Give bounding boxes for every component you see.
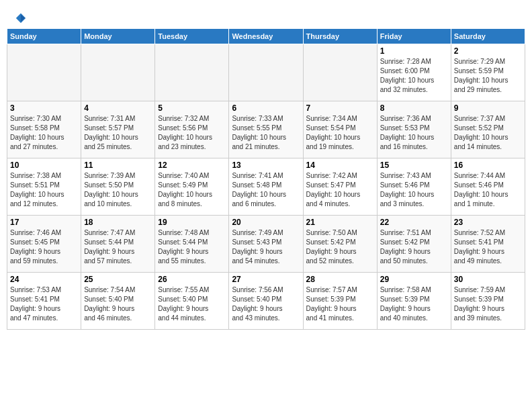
calendar-day-cell: 22Sunrise: 7:51 AM Sunset: 5:42 PM Dayli… [377, 216, 451, 273]
day-number: 24 [10, 275, 78, 284]
page-header [7, 7, 525, 28]
calendar-header-row: SundayMondayTuesdayWednesdayThursdayFrid… [7, 29, 525, 44]
calendar-day-cell: 5Sunrise: 7:32 AM Sunset: 5:56 PM Daylig… [155, 101, 229, 158]
day-of-week-header: Sunday [7, 29, 81, 44]
day-info: Sunrise: 7:42 AM Sunset: 5:47 PM Dayligh… [306, 171, 374, 209]
day-number: 19 [158, 218, 226, 227]
calendar-day-cell: 14Sunrise: 7:42 AM Sunset: 5:47 PM Dayli… [303, 158, 377, 216]
day-number: 21 [306, 218, 374, 227]
calendar-day-cell: 23Sunrise: 7:52 AM Sunset: 5:41 PM Dayli… [451, 216, 525, 273]
day-info: Sunrise: 7:34 AM Sunset: 5:54 PM Dayligh… [306, 114, 374, 152]
calendar-day-cell: 26Sunrise: 7:55 AM Sunset: 5:40 PM Dayli… [155, 273, 229, 330]
day-info: Sunrise: 7:43 AM Sunset: 5:46 PM Dayligh… [380, 171, 448, 209]
calendar-day-cell: 19Sunrise: 7:48 AM Sunset: 5:44 PM Dayli… [155, 216, 229, 273]
day-info: Sunrise: 7:40 AM Sunset: 5:49 PM Dayligh… [158, 171, 226, 209]
calendar-day-cell: 4Sunrise: 7:31 AM Sunset: 5:57 PM Daylig… [81, 101, 155, 158]
day-of-week-header: Saturday [451, 29, 525, 44]
calendar-day-cell: 25Sunrise: 7:54 AM Sunset: 5:40 PM Dayli… [81, 273, 155, 330]
day-info: Sunrise: 7:51 AM Sunset: 5:42 PM Dayligh… [380, 228, 448, 266]
day-info: Sunrise: 7:38 AM Sunset: 5:51 PM Dayligh… [10, 171, 78, 209]
calendar-day-cell: 13Sunrise: 7:41 AM Sunset: 5:48 PM Dayli… [229, 158, 303, 216]
day-info: Sunrise: 7:33 AM Sunset: 5:55 PM Dayligh… [232, 114, 300, 152]
day-number: 20 [232, 218, 300, 227]
day-info: Sunrise: 7:52 AM Sunset: 5:41 PM Dayligh… [454, 228, 522, 266]
day-number: 1 [380, 46, 448, 56]
day-info: Sunrise: 7:53 AM Sunset: 5:41 PM Dayligh… [10, 285, 78, 323]
calendar-day-cell: 16Sunrise: 7:44 AM Sunset: 5:46 PM Dayli… [451, 158, 525, 216]
day-info: Sunrise: 7:41 AM Sunset: 5:48 PM Dayligh… [232, 171, 300, 209]
calendar-day-cell: 11Sunrise: 7:39 AM Sunset: 5:50 PM Dayli… [81, 158, 155, 216]
calendar-week-row: 1Sunrise: 7:28 AM Sunset: 6:00 PM Daylig… [7, 44, 525, 101]
day-info: Sunrise: 7:29 AM Sunset: 5:59 PM Dayligh… [454, 57, 522, 95]
day-info: Sunrise: 7:36 AM Sunset: 5:53 PM Dayligh… [380, 114, 448, 152]
day-number: 14 [306, 161, 374, 170]
calendar-day-cell: 6Sunrise: 7:33 AM Sunset: 5:55 PM Daylig… [229, 101, 303, 158]
day-number: 2 [454, 46, 522, 56]
day-number: 25 [84, 275, 152, 284]
day-of-week-header: Monday [81, 29, 155, 44]
calendar-day-cell: 18Sunrise: 7:47 AM Sunset: 5:44 PM Dayli… [81, 216, 155, 273]
calendar-day-cell: 28Sunrise: 7:57 AM Sunset: 5:39 PM Dayli… [303, 273, 377, 330]
calendar-day-cell: 7Sunrise: 7:34 AM Sunset: 5:54 PM Daylig… [303, 101, 377, 158]
calendar-week-row: 17Sunrise: 7:46 AM Sunset: 5:45 PM Dayli… [7, 216, 525, 273]
calendar-body: 1Sunrise: 7:28 AM Sunset: 6:00 PM Daylig… [7, 44, 525, 330]
day-number: 9 [454, 103, 522, 113]
day-info: Sunrise: 7:48 AM Sunset: 5:44 PM Dayligh… [158, 228, 226, 266]
day-number: 16 [454, 161, 522, 170]
day-number: 3 [10, 103, 78, 113]
calendar-day-cell: 8Sunrise: 7:36 AM Sunset: 5:53 PM Daylig… [377, 101, 451, 158]
calendar-day-cell: 21Sunrise: 7:50 AM Sunset: 5:42 PM Dayli… [303, 216, 377, 273]
day-number: 11 [84, 161, 152, 170]
day-info: Sunrise: 7:49 AM Sunset: 5:43 PM Dayligh… [232, 228, 300, 266]
day-info: Sunrise: 7:39 AM Sunset: 5:50 PM Dayligh… [84, 171, 152, 209]
day-info: Sunrise: 7:56 AM Sunset: 5:40 PM Dayligh… [232, 285, 300, 323]
calendar-day-cell: 30Sunrise: 7:59 AM Sunset: 5:39 PM Dayli… [451, 273, 525, 330]
calendar-day-cell: 9Sunrise: 7:37 AM Sunset: 5:52 PM Daylig… [451, 101, 525, 158]
day-number: 18 [84, 218, 152, 227]
day-number: 8 [380, 103, 448, 113]
day-number: 10 [10, 161, 78, 170]
calendar-week-row: 10Sunrise: 7:38 AM Sunset: 5:51 PM Dayli… [7, 158, 525, 216]
day-info: Sunrise: 7:32 AM Sunset: 5:56 PM Dayligh… [158, 114, 226, 152]
calendar-day-cell [155, 44, 229, 101]
calendar-day-cell: 17Sunrise: 7:46 AM Sunset: 5:45 PM Dayli… [7, 216, 81, 273]
day-of-week-header: Thursday [303, 29, 377, 44]
day-of-week-header: Wednesday [229, 29, 303, 44]
day-info: Sunrise: 7:46 AM Sunset: 5:45 PM Dayligh… [10, 228, 78, 266]
day-number: 4 [84, 103, 152, 113]
day-info: Sunrise: 7:59 AM Sunset: 5:39 PM Dayligh… [454, 285, 522, 323]
day-info: Sunrise: 7:31 AM Sunset: 5:57 PM Dayligh… [84, 114, 152, 152]
calendar-day-cell [7, 44, 81, 101]
calendar-week-row: 3Sunrise: 7:30 AM Sunset: 5:58 PM Daylig… [7, 101, 525, 158]
day-info: Sunrise: 7:55 AM Sunset: 5:40 PM Dayligh… [158, 285, 226, 323]
day-of-week-header: Tuesday [155, 29, 229, 44]
day-of-week-header: Friday [377, 29, 451, 44]
day-number: 6 [232, 103, 300, 113]
day-info: Sunrise: 7:44 AM Sunset: 5:46 PM Dayligh… [454, 171, 522, 209]
day-info: Sunrise: 7:54 AM Sunset: 5:40 PM Dayligh… [84, 285, 152, 323]
day-info: Sunrise: 7:28 AM Sunset: 6:00 PM Dayligh… [380, 57, 448, 95]
calendar-table: SundayMondayTuesdayWednesdayThursdayFrid… [7, 28, 525, 330]
logo-icon [15, 12, 27, 24]
day-number: 30 [454, 275, 522, 284]
calendar-day-cell [303, 44, 377, 101]
day-number: 5 [158, 103, 226, 113]
day-number: 15 [380, 161, 448, 170]
day-number: 27 [232, 275, 300, 284]
day-info: Sunrise: 7:37 AM Sunset: 5:52 PM Dayligh… [454, 114, 522, 152]
calendar-week-row: 24Sunrise: 7:53 AM Sunset: 5:41 PM Dayli… [7, 273, 525, 330]
day-number: 28 [306, 275, 374, 284]
day-number: 17 [10, 218, 78, 227]
day-number: 13 [232, 161, 300, 170]
day-info: Sunrise: 7:58 AM Sunset: 5:39 PM Dayligh… [380, 285, 448, 323]
calendar-day-cell: 29Sunrise: 7:58 AM Sunset: 5:39 PM Dayli… [377, 273, 451, 330]
calendar-day-cell [81, 44, 155, 101]
calendar-day-cell: 1Sunrise: 7:28 AM Sunset: 6:00 PM Daylig… [377, 44, 451, 101]
day-info: Sunrise: 7:30 AM Sunset: 5:58 PM Dayligh… [10, 114, 78, 152]
day-number: 26 [158, 275, 226, 284]
calendar-day-cell: 2Sunrise: 7:29 AM Sunset: 5:59 PM Daylig… [451, 44, 525, 101]
day-number: 7 [306, 103, 374, 113]
day-info: Sunrise: 7:57 AM Sunset: 5:39 PM Dayligh… [306, 285, 374, 323]
day-number: 29 [380, 275, 448, 284]
calendar-day-cell: 10Sunrise: 7:38 AM Sunset: 5:51 PM Dayli… [7, 158, 81, 216]
